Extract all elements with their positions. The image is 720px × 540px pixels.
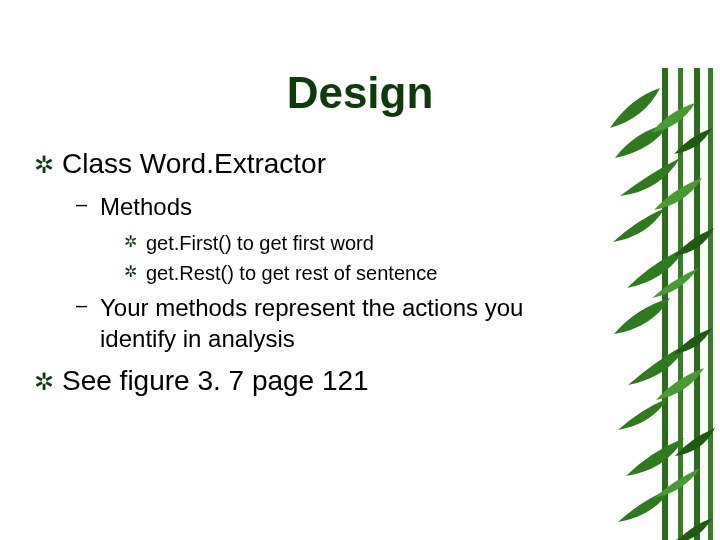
slide-content: ✲ Class Word.Extractor – Methods ✲ get.F… (0, 146, 720, 398)
bullet-getfirst: ✲ get.First() to get first word (34, 230, 600, 256)
bullet-text: get.Rest() to get rest of sentence (146, 260, 437, 286)
slide: Design ✲ Class Word.Extractor – Methods … (0, 68, 720, 540)
bullet-class-wordextractor: ✲ Class Word.Extractor (34, 146, 600, 181)
bullet-your-methods: – Your methods represent the actions you… (34, 292, 600, 354)
bullet-text: get.First() to get first word (146, 230, 374, 256)
bullet-text: Methods (100, 191, 192, 222)
star-icon: ✲ (34, 150, 52, 180)
bullet-text: Your methods represent the actions you i… (100, 292, 600, 354)
bullet-getrest: ✲ get.Rest() to get rest of sentence (34, 260, 600, 286)
star-icon: ✲ (34, 367, 52, 397)
bullet-methods: – Methods (34, 191, 600, 222)
slide-title: Design (0, 68, 720, 118)
dash-icon: – (76, 292, 92, 318)
bullet-text: Class Word.Extractor (62, 146, 326, 181)
star-icon: ✲ (124, 262, 138, 283)
star-icon: ✲ (124, 232, 138, 253)
bullet-see-figure: ✲ See figure 3. 7 page 121 (34, 363, 600, 398)
dash-icon: – (76, 191, 92, 217)
bullet-text: See figure 3. 7 page 121 (62, 363, 369, 398)
